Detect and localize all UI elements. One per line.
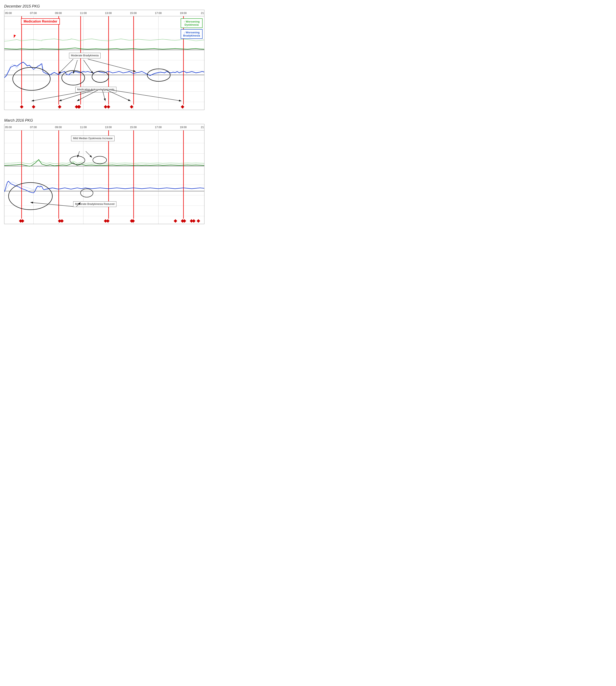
c2-time-0500: 05:00 <box>5 126 12 129</box>
c2-time-1300: 13:00 <box>105 126 112 129</box>
c2-diamond-13 <box>192 219 196 223</box>
chart1-time-axis: 05:00 07:00 09:00 11:00 13:00 15:00 17:0… <box>4 10 204 16</box>
med-reminder-text: Medication Reminder <box>24 20 57 23</box>
time-label-2100: 21:00 <box>201 12 204 15</box>
legend-bradykinesia: ↓ WorseningBradykinesia <box>181 29 202 39</box>
c2-diamond-6 <box>106 219 110 223</box>
time-label-0900: 09:00 <box>55 12 62 15</box>
c2-diamond-14 <box>197 219 200 223</box>
time-label-1300: 13:00 <box>105 12 112 15</box>
time-label-1500: 15:00 <box>130 12 137 15</box>
diamond-2 <box>32 105 36 109</box>
chart1-legend: ↑ WorseningDyskinesia ↓ WorseningBradyki… <box>181 18 202 39</box>
chart1-title: December 2015 PKG <box>4 4 204 8</box>
diamond-7 <box>107 105 110 109</box>
c2-bradykinesia-label: Moderate Bradykinesia Reduced <box>73 201 116 207</box>
bradykinesia-text: Moderate Bradykinesia <box>71 54 99 57</box>
diamond-9 <box>181 105 184 109</box>
time-label-1100: 11:00 <box>80 12 87 15</box>
c2-time-1700: 17:00 <box>155 126 162 129</box>
chart2-time-axis: 05:00 07:00 09:00 11:00 13:00 15:00 17:0… <box>4 124 204 130</box>
bradykinesia-label: Moderate Bradykinesia <box>69 53 101 59</box>
c2-bradykinesia-text: Moderate Bradykinesia Reduced <box>75 202 114 205</box>
c2-time-1100: 11:00 <box>80 126 87 129</box>
time-label-0700: 07:00 <box>30 12 37 15</box>
c2-time-0900: 09:00 <box>55 126 62 129</box>
med-reminder-label: Medication Reminder <box>21 18 60 25</box>
chart2-container: 05:00 07:00 09:00 11:00 13:00 15:00 17:0… <box>4 124 204 224</box>
c2-dyskinesia-text: Mild Median Dyskinesia Increase <box>73 137 113 140</box>
c2-time-1900: 19:00 <box>180 126 187 129</box>
diamond-1 <box>20 105 23 109</box>
acknowledgements-text: Medication Acknowledgements <box>77 88 114 91</box>
c2-diamond-9 <box>174 219 177 223</box>
diamond-8 <box>130 105 133 109</box>
c2-time-0700: 07:00 <box>30 126 37 129</box>
c2-dyskinesia-label: Mild Median Dyskinesia Increase <box>71 136 114 141</box>
chart1-container: 05:00 07:00 09:00 11:00 13:00 15:00 17:0… <box>4 10 204 110</box>
c2-time-1500: 15:00 <box>130 126 137 129</box>
c2-diamond-4 <box>60 219 64 223</box>
time-label-1700: 17:00 <box>155 12 162 15</box>
time-label-0500: 05:00 <box>5 12 12 15</box>
acknowledgements-label: Medication Acknowledgements <box>75 87 116 92</box>
legend-dyskinesia: ↑ WorseningDyskinesia <box>181 18 202 28</box>
time-label-1900: 19:00 <box>180 12 187 15</box>
chart2-title: March 2016 PKG <box>4 118 204 123</box>
c2-time-2100: 21:00 <box>201 126 204 129</box>
